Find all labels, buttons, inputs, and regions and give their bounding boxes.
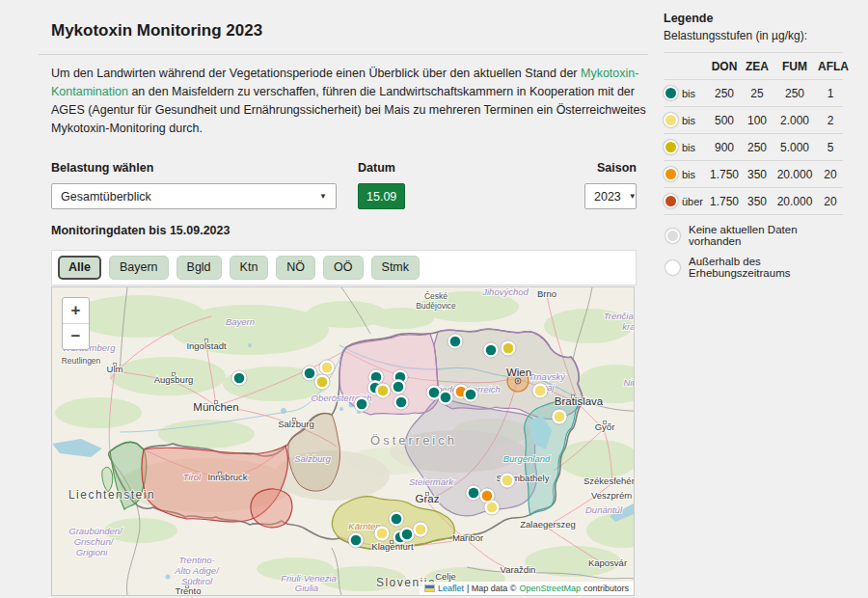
map-label: Salzburg xyxy=(294,453,331,464)
map-label: Reutlingen xyxy=(62,356,101,366)
region-tab-alle[interactable]: Alle xyxy=(58,256,101,280)
legend-value: 1.750 xyxy=(706,168,743,181)
chevron-down-icon: ▼ xyxy=(312,192,327,201)
map-label: Brno xyxy=(537,288,556,299)
map-label: Veszprém xyxy=(591,490,632,501)
map-label: Trento xyxy=(175,585,201,595)
region-tab-stmk[interactable]: Stmk xyxy=(371,256,420,280)
legend-value: 900 xyxy=(706,141,743,154)
map-label: Bratislava xyxy=(555,395,604,407)
datum-button[interactable]: 15.09 xyxy=(358,183,405,209)
monitoring-marker-teal[interactable] xyxy=(466,485,481,501)
map-label: Graubünden/ xyxy=(68,526,123,536)
legend-extra-label: Keine aktuellen Daten vorhanden xyxy=(689,224,843,247)
monitoring-marker-yellow_dark[interactable] xyxy=(501,340,516,356)
monitoring-marker-yellow_light[interactable] xyxy=(413,522,428,537)
monitoring-marker-teal[interactable] xyxy=(463,387,478,402)
map-label: Wien xyxy=(506,367,531,378)
legend-title: Legende xyxy=(664,12,843,25)
map-label: Celje xyxy=(435,571,456,582)
chevron-down-icon: ▼ xyxy=(621,192,637,201)
leaflet-link[interactable]: Leaflet xyxy=(438,584,464,593)
monitoring-marker-teal[interactable] xyxy=(438,390,453,405)
monitoring-marker-yellow_light[interactable] xyxy=(374,526,390,541)
map-label: Giulia xyxy=(295,583,318,593)
legend-value: 5 xyxy=(818,141,843,154)
openstreetmap-link[interactable]: OpenStreetMap xyxy=(519,584,581,593)
belastung-group: Belastung wählen Gesamtüberblick ▼ xyxy=(51,161,337,209)
map-base-geography xyxy=(52,287,634,595)
map-label: Graz xyxy=(416,493,440,504)
monitoring-marker-teal[interactable] xyxy=(483,342,499,358)
monitoring-marker-yellow_light[interactable] xyxy=(552,409,567,424)
saison-group: Saison 2023 ▼ xyxy=(584,161,637,209)
wien-city-symbol-dot xyxy=(517,380,519,382)
map-label: Grigioni xyxy=(76,547,109,557)
level-dot xyxy=(664,167,678,181)
region-tab-oö[interactable]: OÖ xyxy=(323,256,363,280)
map-label: Steiermark xyxy=(409,476,454,487)
page: Mykotoxin Monitoring 2023 Um den Landwir… xyxy=(0,0,868,598)
legend-value: 20.000 xyxy=(772,195,818,208)
map-label: Bayern xyxy=(226,316,255,327)
attribution-text: | Map data © xyxy=(467,584,517,593)
monitoring-marker-yellow_light[interactable] xyxy=(319,360,335,375)
monitoring-marker-teal[interactable] xyxy=(391,379,406,394)
main-column: Mykotoxin Monitoring 2023 Um den Landwir… xyxy=(39,0,648,598)
map-container[interactable]: + − xyxy=(51,286,635,596)
intro-text-after: an den Maisfeldern zu verschaffen, führe… xyxy=(51,85,646,135)
monitoring-marker-teal[interactable] xyxy=(448,334,463,349)
map-label: Budějovice xyxy=(416,301,456,311)
monitoring-marker-teal[interactable] xyxy=(354,396,369,412)
legend-value: 1.750 xyxy=(706,195,743,208)
map-label: Nitri xyxy=(624,377,634,388)
datum-group: Datum 15.09 xyxy=(358,161,405,209)
map-label: Augsburg xyxy=(154,374,194,385)
legend-value: 20 xyxy=(818,168,843,181)
region-tab-bgld[interactable]: Bgld xyxy=(176,256,222,280)
zoom-out-button[interactable]: − xyxy=(63,324,89,349)
map-label: Liechtenstein xyxy=(68,488,155,502)
legend-column-fum: FUM xyxy=(772,60,818,73)
region-osttirol xyxy=(251,489,292,528)
monitoring-marker-teal[interactable] xyxy=(389,511,404,527)
legend-value: 5.000 xyxy=(772,141,818,154)
level-dot xyxy=(664,113,678,127)
austria-map-svg[interactable]: WürttembergReutlingenUlmBayernIngolstadt… xyxy=(52,287,634,595)
status-dot xyxy=(665,260,680,275)
monitoring-marker-teal[interactable] xyxy=(348,532,364,548)
region-tabbar: AlleBayernBgldKtnNÖOÖStmk xyxy=(51,250,637,285)
map-label: Alto Adige/ xyxy=(174,565,220,576)
map-label: Zalaegerszeg xyxy=(520,519,576,530)
legend-column-afla: AFLA xyxy=(818,60,843,73)
legend-value: 20 xyxy=(818,195,843,208)
monitoring-marker-yellow_dark[interactable] xyxy=(375,383,391,398)
map-label: Jihovýchod xyxy=(481,287,529,297)
belastung-label: Belastung wählen xyxy=(51,161,337,175)
level-prefix: bis xyxy=(682,88,695,99)
monitoring-marker-yellow_light[interactable] xyxy=(484,500,500,515)
monitoring-marker-yellow_dark[interactable] xyxy=(314,374,330,390)
monitoring-marker-teal[interactable] xyxy=(393,394,409,410)
monitoring-marker-yellow_light[interactable] xyxy=(532,383,548,398)
map-label: Ulm xyxy=(107,364,123,374)
monitoring-marker-teal[interactable] xyxy=(231,370,247,386)
zoom-in-button[interactable]: + xyxy=(63,298,89,324)
map-label: Klagenfurt xyxy=(371,541,414,552)
belastung-select[interactable]: Gesamtüberblick ▼ xyxy=(51,183,337,209)
region-tab-ktn[interactable]: Ktn xyxy=(230,256,269,280)
monitoring-marker-yellow_light[interactable] xyxy=(500,473,515,488)
level-prefix: über xyxy=(682,196,703,207)
legend-row: bis9002505.0005 xyxy=(664,134,843,161)
legend-column-don: DON xyxy=(706,60,743,73)
region-tab-bayern[interactable]: Bayern xyxy=(109,256,169,280)
region-tab-nö[interactable]: NÖ xyxy=(276,256,315,280)
saison-select[interactable]: 2023 ▼ xyxy=(584,183,637,209)
saison-value: 2023 xyxy=(594,190,621,204)
intro-paragraph: Um den Landwirten während der Vegetation… xyxy=(51,65,647,138)
legend-panel: Legende Belastungsstufen (in µg/kg): DON… xyxy=(664,0,843,598)
map-label: Trentino- xyxy=(178,555,214,565)
level-prefix: bis xyxy=(682,169,695,180)
monitoring-marker-teal[interactable] xyxy=(399,527,415,542)
page-title: Mykotoxin Monitoring 2023 xyxy=(51,21,648,41)
